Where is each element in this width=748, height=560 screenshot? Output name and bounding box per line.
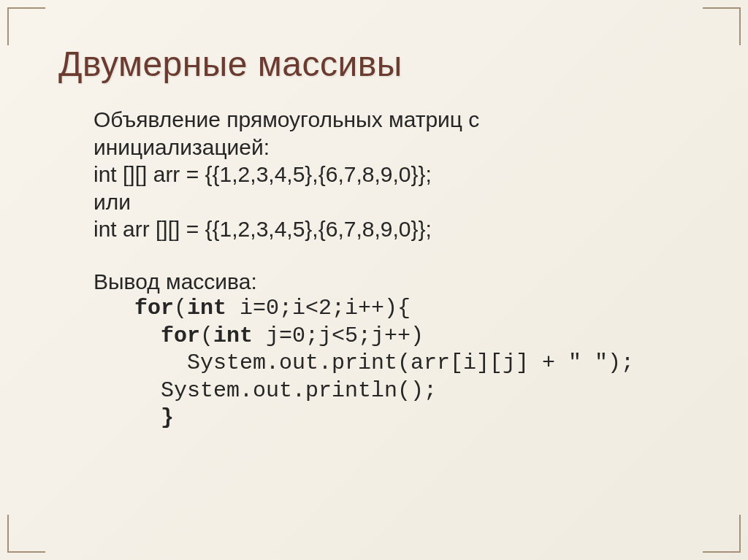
indent [108, 296, 134, 321]
code-line-3: System.out.print(arr[i][j] + " "); [108, 350, 634, 375]
inner-a: ( [200, 323, 213, 348]
corner-decoration-br [703, 515, 741, 553]
inner-b: j=0;j<5;j++) [253, 323, 424, 348]
code-line-2: for(int j=0;j<5;j++) [108, 323, 424, 348]
slide-title: Двумерные массивы [58, 44, 690, 84]
slide-content: Объявление прямоугольных матриц с инициа… [94, 106, 690, 432]
or-word: или [94, 188, 690, 216]
close-brace: } [108, 405, 174, 430]
inner-indent [108, 323, 161, 348]
code-line-1: for(int i=0;i<2;i++){ [108, 296, 411, 321]
outer-a: ( [174, 296, 187, 321]
corner-decoration-tr [703, 7, 741, 45]
code-line-5: } [108, 405, 174, 430]
int-keyword-inner: int [213, 323, 253, 348]
int-keyword: int [187, 296, 226, 321]
code-line-4: System.out.println(); [108, 378, 437, 403]
for-keyword: for [134, 296, 174, 321]
declaration-2: int arr [][] = {{1,2,3,4,5},{6,7,8,9,0}}… [94, 215, 690, 243]
output-heading: Вывод массива: [94, 268, 690, 296]
slide: Двумерные массивы Объявление прямоугольн… [0, 0, 748, 560]
for-keyword-inner: for [161, 323, 200, 348]
declaration-1: int [][] arr = {{1,2,3,4,5},{6,7,8,9,0}}… [94, 161, 690, 188]
corner-decoration-bl [7, 515, 45, 553]
outer-b: i=0;i<2;i++){ [226, 296, 411, 321]
corner-decoration-tl [7, 7, 45, 45]
code-block: for(int i=0;i<2;i++){ for(int j=0;j<5;j+… [108, 295, 690, 432]
spacer [94, 243, 690, 268]
intro-line-1: Объявление прямоугольных матриц с [94, 106, 690, 134]
intro-line-2: инициализацией: [94, 134, 690, 161]
